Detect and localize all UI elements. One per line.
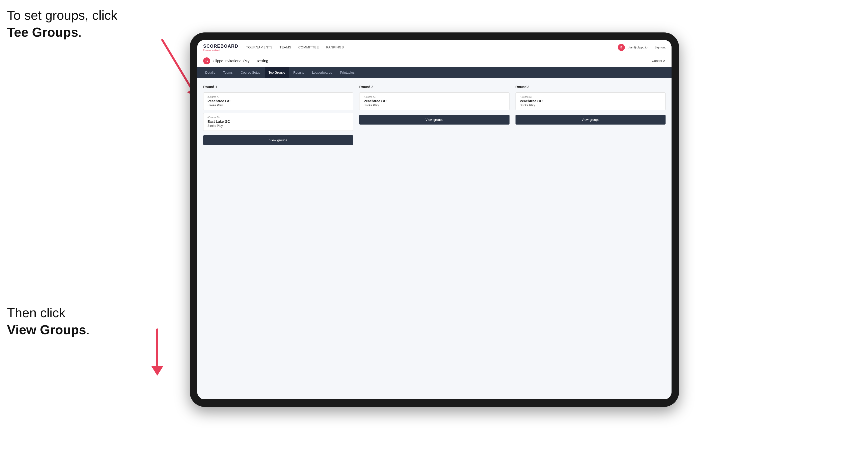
instruction-top-line2: Tee Groups — [7, 25, 78, 39]
round-2-course-a-type: Stroke Play — [364, 103, 505, 107]
top-nav: SCOREBOARD Powered by clippd TOURNAMENTS… — [197, 40, 672, 55]
round-1-course-b-name: East Lake GC — [208, 120, 349, 124]
arrow-view-groups — [132, 324, 182, 384]
tablet-screen: SCOREBOARD Powered by clippd TOURNAMENTS… — [197, 40, 672, 399]
round-2-section: Round 2 (Course A) Peachtree GC Stroke P… — [359, 85, 509, 145]
round-1-course-a-card: (Course A) Peachtree GC Stroke Play — [203, 92, 353, 110]
instruction-top: To set groups, click Tee Groups. — [7, 7, 117, 41]
instruction-top-line1: To set groups, click — [7, 8, 117, 23]
tab-course-setup[interactable]: Course Setup — [237, 67, 265, 78]
tab-bar: Details Teams Course Setup Tee Groups Re… — [197, 67, 672, 78]
round-3-course-a-label: (Course A) — [520, 96, 661, 98]
round-1-view-groups-button[interactable]: View groups — [203, 135, 353, 145]
logo-area: SCOREBOARD Powered by clippd — [203, 44, 238, 51]
round-3-course-a-card: (Course A) Peachtree GC Stroke Play — [516, 92, 665, 110]
nav-right: B blair@clippd.io | Sign out — [618, 44, 665, 51]
logo-sub: Powered by clippd — [203, 49, 238, 51]
user-avatar: B — [618, 44, 625, 51]
nav-rankings[interactable]: RANKINGS — [326, 44, 344, 50]
sign-out-link[interactable]: Sign out — [655, 46, 665, 49]
instruction-bottom-line1: Then click — [7, 306, 65, 320]
instruction-bottom: Then click View Groups. — [7, 305, 90, 338]
tab-leaderboards[interactable]: Leaderboards — [308, 67, 336, 78]
tab-results[interactable]: Results — [289, 67, 308, 78]
tab-tee-groups[interactable]: Tee Groups — [265, 67, 289, 78]
round-1-section: Round 1 (Course A) Peachtree GC Stroke P… — [203, 85, 353, 145]
round-3-course-a-type: Stroke Play — [520, 103, 661, 107]
round-1-course-b-card: (Course B) East Lake GC Stroke Play — [203, 113, 353, 131]
nav-items: TOURNAMENTS TEAMS COMMITTEE RANKINGS — [246, 44, 618, 50]
svg-line-0 — [162, 40, 192, 90]
nav-committee[interactable]: COMMITTEE — [298, 44, 319, 50]
round-1-course-a-type: Stroke Play — [208, 103, 349, 107]
cancel-button[interactable]: Cancel ✕ — [652, 59, 665, 63]
round-1-course-b-type: Stroke Play — [208, 124, 349, 128]
round-1-course-a-name: Peachtree GC — [208, 99, 349, 103]
round-2-title: Round 2 — [359, 85, 509, 89]
svg-marker-3 — [151, 366, 163, 376]
tournament-name: Clippd Invitational (My... · Hosting — [213, 59, 268, 63]
instruction-bottom-line2: View Groups — [7, 322, 86, 337]
round-2-course-a-label: (Course A) — [364, 96, 505, 98]
tablet-device: SCOREBOARD Powered by clippd TOURNAMENTS… — [190, 32, 679, 407]
round-1-course-a-label: (Course A) — [208, 96, 349, 98]
round-3-title: Round 3 — [516, 85, 665, 89]
title-logo: C — [203, 57, 210, 64]
instruction-bottom-period: . — [86, 322, 90, 337]
round-1-title: Round 1 — [203, 85, 353, 89]
round-3-section: Round 3 (Course A) Peachtree GC Stroke P… — [516, 85, 665, 145]
round-3-course-a-name: Peachtree GC — [520, 99, 661, 103]
main-content: Round 1 (Course A) Peachtree GC Stroke P… — [197, 78, 672, 399]
round-1-course-b-label: (Course B) — [208, 116, 349, 119]
tab-printables[interactable]: Printables — [336, 67, 359, 78]
tab-details[interactable]: Details — [201, 67, 219, 78]
nav-tournaments[interactable]: TOURNAMENTS — [246, 44, 273, 50]
nav-user-email: blair@clippd.io — [628, 46, 648, 49]
sub-header: C Clippd Invitational (My... · Hosting C… — [197, 55, 672, 67]
logo-text: SCOREBOARD — [203, 44, 238, 49]
tab-teams[interactable]: Teams — [219, 67, 237, 78]
instruction-top-period: . — [78, 25, 82, 39]
round-2-course-a-name: Peachtree GC — [364, 99, 505, 103]
nav-teams[interactable]: TEAMS — [280, 44, 291, 50]
round-3-view-groups-button[interactable]: View groups — [516, 115, 665, 125]
round-2-course-a-card: (Course A) Peachtree GC Stroke Play — [359, 92, 509, 110]
round-2-view-groups-button[interactable]: View groups — [359, 115, 509, 125]
tournament-title: C Clippd Invitational (My... · Hosting — [203, 57, 268, 64]
rounds-grid: Round 1 (Course A) Peachtree GC Stroke P… — [203, 85, 665, 145]
